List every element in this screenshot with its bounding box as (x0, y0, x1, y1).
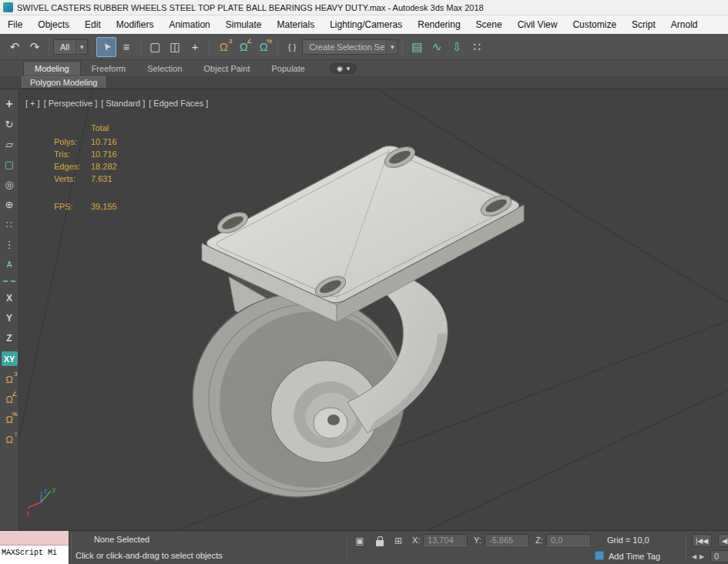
spinner-badge: ↕ (15, 431, 18, 438)
schematic-view-button[interactable]: ∷ (467, 37, 487, 57)
angle-snap-button[interactable]: Ω ∠ (0, 389, 19, 409)
menu-simulate[interactable]: Simulate (218, 19, 270, 30)
select-and-scale-button[interactable]: ▱ (0, 134, 19, 154)
stats-edges-row: Edges: 18.282 (54, 160, 117, 173)
ribbon-tab-freeform[interactable]: Freeform (81, 62, 137, 76)
y-coord-label: Y: (474, 535, 481, 545)
time-tag-icon[interactable] (595, 551, 604, 560)
rectangular-selection-region-button[interactable]: ▢ (145, 37, 165, 57)
menu-edit[interactable]: Edit (77, 19, 109, 30)
named-selection-button[interactable]: A (0, 254, 19, 274)
menu-rendering[interactable]: Rendering (410, 19, 468, 30)
select-and-move-button[interactable]: + (0, 94, 19, 114)
viewport-3d-scene[interactable] (19, 89, 728, 530)
toolbar-separator (277, 38, 278, 56)
viewport-menu-pov[interactable]: [ Perspective ] (44, 99, 98, 108)
chevron-down-icon[interactable]: ▾ (75, 40, 87, 54)
undo-icon[interactable]: ↶ (5, 37, 25, 57)
add-time-tag[interactable]: Add Time Tag (609, 552, 660, 561)
select-and-rotate-button[interactable]: ↻ (0, 114, 19, 134)
pivot-point-button[interactable]: ⊕ (0, 194, 19, 214)
z-coord-label: Z: (535, 535, 543, 545)
stats-tris-value: 10.716 (91, 148, 117, 160)
viewport-menu-general[interactable]: [ + ] (25, 99, 40, 108)
toolbar-separator (92, 38, 92, 56)
macro-recorder-pane[interactable] (0, 531, 69, 546)
caster-model[interactable] (178, 143, 524, 512)
current-frame-field[interactable]: 0 (710, 550, 728, 562)
selection-filter-dropdown[interactable]: All ▾ (53, 39, 88, 55)
toolbar-separator (402, 38, 403, 56)
ribbon-tab-populate[interactable]: Populate (260, 62, 315, 76)
perspective-viewport[interactable]: [ + ] [ Perspective ] [ Standard ] [ Edg… (19, 89, 728, 530)
axle-cap (314, 408, 347, 438)
absolute-mode-icon[interactable]: ⊞ (391, 535, 405, 547)
restrict-y-button[interactable]: Y (0, 308, 19, 328)
prompt-line: Click or click-and-drag to select object… (75, 551, 223, 560)
percent-snap-button[interactable]: Ω % (253, 37, 273, 57)
restrict-xy-plane-button[interactable]: XY (2, 351, 18, 366)
selection-region-button[interactable]: ▢ (0, 154, 19, 174)
go-to-start-button[interactable]: |◀◀ (692, 534, 712, 547)
snaps-toggle-button[interactable]: Ω 3 (213, 37, 233, 57)
x-coord-field[interactable]: 13,704 (423, 534, 468, 546)
ribbon-display-dropdown[interactable]: ◉ ▾ (330, 63, 357, 74)
menu-customize[interactable]: Customize (565, 19, 624, 30)
menu-civil-view[interactable]: Civil View (510, 19, 565, 30)
frame-spinner-right-icon[interactable]: ▶ (699, 553, 704, 560)
grid-setting-label: Grid = 10,0 (607, 535, 649, 545)
menu-materials[interactable]: Materials (269, 19, 322, 30)
spinner-snap-button[interactable]: Ω ↕ (0, 429, 19, 449)
viewport-menu-shading-edged[interactable]: [ Edged Faces ] (149, 99, 208, 108)
soft-selection-button[interactable]: ⋮ (0, 234, 19, 254)
menu-bar: File Objects Edit Modifiers Animation Si… (0, 15, 728, 34)
viewport-menu-shading-standard[interactable]: [ Standard ] (101, 99, 145, 108)
ribbon-tab-object-paint[interactable]: Object Paint (193, 62, 261, 76)
selection-status: None Selected (94, 535, 149, 544)
menu-lighting-cameras[interactable]: Lighting/Cameras (322, 19, 410, 30)
restrict-x-button[interactable]: X (0, 288, 19, 308)
ribbon-tab-modeling[interactable]: Modeling (23, 61, 81, 76)
left-toolbar: + ↻ ▱ ▢ ◎ ⊕ ∷ ⋮ A X Y Z XY Ω 3 Ω ∠ Ω % Ω… (0, 89, 19, 530)
layer-explorer-button[interactable]: ▤ (407, 37, 427, 57)
chevron-down-icon[interactable]: ▾ (386, 40, 398, 54)
selection-lock-icon[interactable] (376, 540, 384, 546)
menu-script[interactable]: Script (624, 19, 663, 30)
select-object-button[interactable]: ➤ (96, 37, 116, 57)
menu-arnold[interactable]: Arnold (663, 19, 706, 30)
restrict-z-button[interactable]: Z (0, 328, 19, 348)
menu-objects[interactable]: Objects (30, 19, 77, 30)
statusbar-separator (71, 533, 72, 562)
maxscript-mini-listener[interactable]: MAXScript Mi (0, 531, 69, 564)
redo-icon[interactable]: ↷ (25, 37, 45, 57)
isolate-selection-icon[interactable]: ▣ (353, 535, 367, 547)
z-axis-label: z (44, 487, 48, 495)
z-coord-field[interactable]: 0,0 (546, 534, 591, 546)
select-and-manipulate-button[interactable]: ∷ (0, 214, 19, 234)
snaps-toggle-button[interactable]: Ω 3 (0, 369, 19, 389)
curve-editor-button[interactable]: ∿ (427, 37, 447, 57)
y-coord-field[interactable]: -5,865 (485, 534, 529, 546)
maxscript-listener-pane[interactable]: MAXScript Mi (0, 546, 69, 564)
polygon-modeling-panel-button[interactable]: Polygon Modeling (22, 76, 106, 89)
previous-frame-button[interactable]: ◀| (718, 534, 728, 547)
stats-fps-label: FPS: (54, 200, 91, 213)
named-selection-set-dropdown[interactable]: Create Selection Se ▾ (302, 39, 398, 55)
menu-scene[interactable]: Scene (468, 19, 510, 30)
menu-animation[interactable]: Animation (161, 19, 217, 30)
select-by-name-button[interactable]: ≡ (116, 37, 136, 57)
ribbon-tab-selection[interactable]: Selection (136, 62, 193, 76)
select-and-move-button[interactable]: + (185, 37, 205, 57)
dope-sheet-button[interactable]: ⇩ (447, 37, 467, 57)
ribbon-panel-bar: Polygon Modeling (0, 76, 728, 89)
cursor-icon: ➤ (99, 40, 114, 54)
menu-file[interactable]: File (0, 19, 30, 30)
menu-modifiers[interactable]: Modifiers (109, 19, 162, 30)
window-crossing-toggle[interactable]: ◫ (165, 37, 185, 57)
world-axis-gizmo: x y z (25, 485, 59, 519)
angle-snap-button[interactable]: Ω ∠ (233, 37, 253, 57)
percent-snap-button[interactable]: Ω % (0, 409, 19, 429)
frame-spinner-left-icon[interactable]: ◀ (692, 553, 696, 560)
named-selection-sets-button[interactable]: { } (282, 37, 302, 57)
use-center-button[interactable]: ◎ (0, 174, 19, 194)
